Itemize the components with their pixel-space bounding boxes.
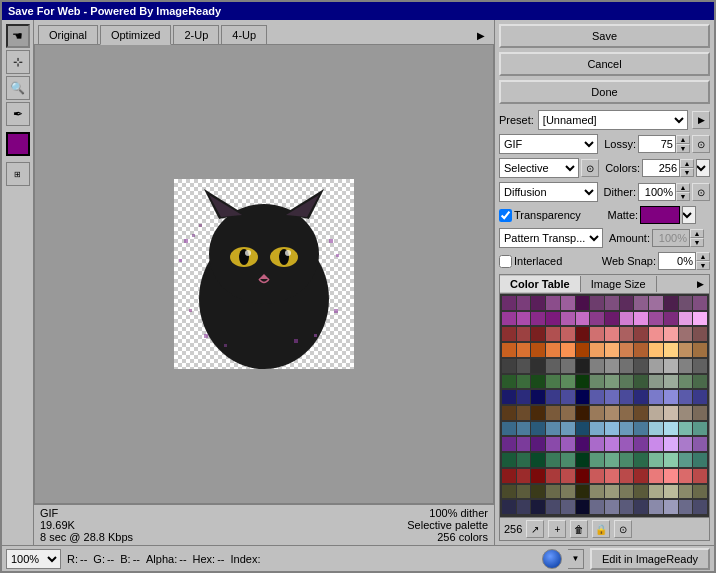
color-cell[interactable]: [531, 437, 545, 451]
color-cell[interactable]: [634, 312, 648, 326]
color-cell[interactable]: [649, 485, 663, 499]
color-cell[interactable]: [590, 485, 604, 499]
color-cell[interactable]: [517, 437, 531, 451]
color-cell[interactable]: [664, 406, 678, 420]
websnap-up[interactable]: ▲: [696, 252, 710, 261]
color-cell[interactable]: [634, 343, 648, 357]
color-cell[interactable]: [679, 406, 693, 420]
color-cell[interactable]: [517, 422, 531, 436]
color-cell[interactable]: [517, 327, 531, 341]
lossy-down[interactable]: ▼: [676, 144, 690, 153]
color-cell[interactable]: [605, 390, 619, 404]
color-cell[interactable]: [576, 312, 590, 326]
color-cell[interactable]: [517, 375, 531, 389]
color-cell[interactable]: [664, 327, 678, 341]
color-cell[interactable]: [634, 453, 648, 467]
color-cell[interactable]: [561, 500, 575, 514]
color-cell[interactable]: [546, 469, 560, 483]
color-cell[interactable]: [590, 469, 604, 483]
color-cell[interactable]: [531, 312, 545, 326]
color-cell[interactable]: [576, 359, 590, 373]
color-cell[interactable]: [605, 327, 619, 341]
color-cell[interactable]: [620, 469, 634, 483]
dither-down[interactable]: ▼: [676, 192, 690, 201]
color-map-button[interactable]: ↗: [526, 520, 544, 538]
color-cell[interactable]: [531, 343, 545, 357]
lossy-options[interactable]: ⊙: [692, 135, 710, 153]
tab-image-size[interactable]: Image Size: [581, 276, 657, 292]
color-cell[interactable]: [605, 359, 619, 373]
color-cell[interactable]: [664, 296, 678, 310]
color-cell[interactable]: [634, 296, 648, 310]
color-cell[interactable]: [502, 453, 516, 467]
color-cell[interactable]: [517, 406, 531, 420]
dither-options[interactable]: ⊙: [692, 183, 710, 201]
color-cell[interactable]: [664, 359, 678, 373]
color-cell[interactable]: [590, 437, 604, 451]
color-cell[interactable]: [620, 296, 634, 310]
dither-input[interactable]: [638, 183, 676, 201]
color-cell[interactable]: [634, 359, 648, 373]
color-cell[interactable]: [590, 312, 604, 326]
color-cell[interactable]: [605, 485, 619, 499]
matte-color-swatch[interactable]: [640, 206, 680, 224]
palette-options[interactable]: ⊙: [581, 159, 599, 177]
color-cell[interactable]: [649, 406, 663, 420]
color-cell[interactable]: [664, 375, 678, 389]
color-cell[interactable]: [531, 375, 545, 389]
color-cell[interactable]: [502, 437, 516, 451]
color-cell[interactable]: [546, 375, 560, 389]
color-cell[interactable]: [561, 453, 575, 467]
color-cell[interactable]: [590, 343, 604, 357]
color-cell[interactable]: [502, 422, 516, 436]
color-cell[interactable]: [634, 437, 648, 451]
color-cell[interactable]: [605, 375, 619, 389]
color-cell[interactable]: [664, 469, 678, 483]
color-cell[interactable]: [620, 312, 634, 326]
color-cell[interactable]: [502, 469, 516, 483]
color-cell[interactable]: [576, 500, 590, 514]
color-cell[interactable]: [517, 390, 531, 404]
colors-up[interactable]: ▲: [680, 159, 694, 168]
color-cell[interactable]: [576, 343, 590, 357]
color-cell[interactable]: [561, 296, 575, 310]
color-cell[interactable]: [561, 312, 575, 326]
color-lock-button[interactable]: 🔒: [592, 520, 610, 538]
color-cell[interactable]: [605, 312, 619, 326]
color-cell[interactable]: [590, 406, 604, 420]
lossy-up[interactable]: ▲: [676, 135, 690, 144]
color-cell[interactable]: [679, 296, 693, 310]
color-cell[interactable]: [693, 296, 707, 310]
color-cell[interactable]: [531, 485, 545, 499]
color-cell[interactable]: [649, 312, 663, 326]
color-cell[interactable]: [693, 453, 707, 467]
color-cell[interactable]: [649, 390, 663, 404]
color-cell[interactable]: [620, 422, 634, 436]
color-cell[interactable]: [576, 437, 590, 451]
color-cell[interactable]: [546, 453, 560, 467]
color-cell[interactable]: [561, 359, 575, 373]
color-cell[interactable]: [620, 500, 634, 514]
color-cell[interactable]: [649, 327, 663, 341]
color-cell[interactable]: [693, 375, 707, 389]
color-cell[interactable]: [576, 390, 590, 404]
color-cell[interactable]: [546, 437, 560, 451]
colors-input[interactable]: [642, 159, 680, 177]
cancel-button[interactable]: Cancel: [499, 52, 710, 76]
color-cell[interactable]: [531, 359, 545, 373]
color-cell[interactable]: [502, 312, 516, 326]
hand-tool-button[interactable]: ☚: [6, 24, 30, 48]
color-cell[interactable]: [546, 343, 560, 357]
color-cell[interactable]: [605, 422, 619, 436]
color-cell[interactable]: [620, 485, 634, 499]
color-cell[interactable]: [517, 312, 531, 326]
color-cell[interactable]: [561, 406, 575, 420]
eyedropper-button[interactable]: ✒: [6, 102, 30, 126]
color-cell[interactable]: [531, 453, 545, 467]
palette-select[interactable]: Selective: [499, 158, 579, 178]
color-cell[interactable]: [517, 500, 531, 514]
color-delete-button[interactable]: 🗑: [570, 520, 588, 538]
color-cell[interactable]: [546, 296, 560, 310]
color-cell[interactable]: [620, 343, 634, 357]
color-cell[interactable]: [605, 296, 619, 310]
